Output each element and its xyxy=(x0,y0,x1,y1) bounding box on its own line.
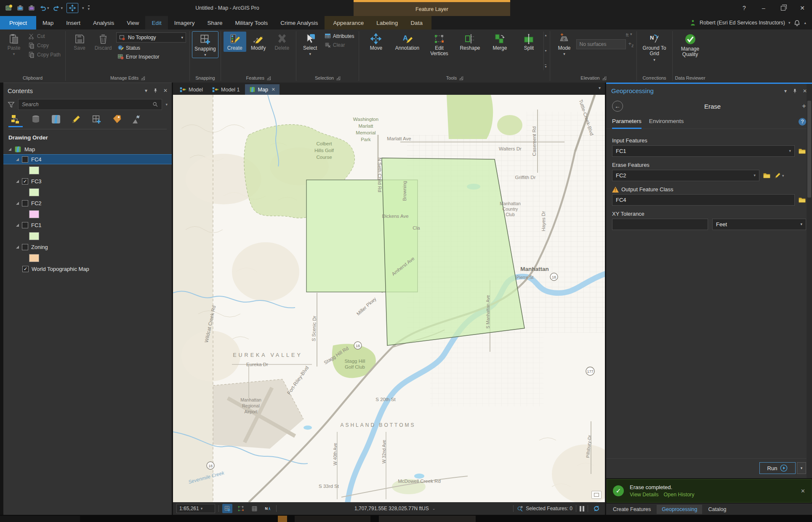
toc-snapping-icon[interactable] xyxy=(89,114,104,129)
erase-features-combo[interactable]: FC2▾ xyxy=(612,170,759,181)
filter-icon[interactable] xyxy=(8,101,15,108)
save-edits-button[interactable]: Save xyxy=(68,32,91,52)
expander-icon[interactable] xyxy=(16,180,19,183)
output-feature-class-input[interactable]: FC4 xyxy=(612,194,795,206)
expander-icon[interactable] xyxy=(16,202,19,205)
panel-scrollbar[interactable] xyxy=(807,84,812,478)
layer-checkbox-fc4[interactable] xyxy=(22,156,28,163)
redo-button[interactable]: ▾ xyxy=(53,5,63,12)
back-button[interactable]: ← xyxy=(612,101,623,112)
run-button[interactable]: Run xyxy=(759,462,796,474)
delete-button[interactable]: Delete xyxy=(271,32,293,52)
scale-combo[interactable]: 1:65,261▾ xyxy=(176,504,215,513)
status-grid-icon[interactable] xyxy=(249,504,259,513)
tab-share[interactable]: Share xyxy=(201,16,229,29)
discard-edits-button[interactable]: Discard xyxy=(92,32,114,52)
user-name[interactable]: Robert (Esri Ed Services Instructors) xyxy=(700,20,785,26)
tool-help-icon[interactable]: ? xyxy=(799,118,806,126)
add-to-project-icon[interactable]: + xyxy=(802,102,806,110)
map-overview-icon[interactable] xyxy=(591,491,602,499)
layer-row-map[interactable]: Map xyxy=(3,144,172,154)
merge-button[interactable]: Merge xyxy=(485,32,514,52)
layer-row-fc3[interactable]: ✓ FC3 xyxy=(3,176,172,186)
attributes-button[interactable]: Attributes xyxy=(323,32,356,40)
layer-row-fc2[interactable]: FC2 xyxy=(3,198,172,208)
toc-labeling-icon[interactable] xyxy=(109,114,124,129)
symbol-swatch-fc4[interactable] xyxy=(29,166,39,174)
customize-qat-icon[interactable]: ▾ xyxy=(88,5,90,11)
tab-map[interactable]: Map xyxy=(36,16,60,29)
coordinate-readout[interactable]: 1,707,791.55E 328,025.77N ftUS⌄ xyxy=(280,506,510,511)
xy-tolerance-unit-combo[interactable]: Feet▾ xyxy=(712,219,806,230)
expander-icon[interactable] xyxy=(16,158,19,161)
layer-row-basemap[interactable]: ✓ World Topographic Map xyxy=(3,264,172,274)
copy-path-button[interactable]: Copy Path xyxy=(27,51,62,59)
close-tab-icon[interactable]: ✕ xyxy=(272,87,275,92)
selection-launcher-icon[interactable] xyxy=(336,76,340,80)
dock-tab-geoprocessing[interactable]: Geoprocessing xyxy=(657,505,702,514)
tools-gallery-scroll[interactable]: ▴▾▾ xyxy=(543,32,547,70)
tab-imagery[interactable]: Imagery xyxy=(168,16,201,29)
browse-folder-icon[interactable] xyxy=(763,171,771,179)
user-caret-icon[interactable]: ▾ xyxy=(788,21,791,25)
status-snapping-toggle[interactable] xyxy=(222,504,232,513)
warning-icon[interactable] xyxy=(612,187,619,193)
contents-close-icon[interactable]: ✕ xyxy=(163,88,168,94)
tab-crime-analysis[interactable]: Crime Analysis xyxy=(274,16,324,29)
topology-combo[interactable]: No Topology▾ xyxy=(116,32,186,43)
expander-icon[interactable] xyxy=(8,148,11,151)
tab-analysis[interactable]: Analysis xyxy=(87,16,120,29)
edit-vertices-button[interactable]: Edit Vertices xyxy=(424,32,454,58)
redo-caret-icon[interactable]: ▾ xyxy=(61,6,63,10)
explore-tool-button[interactable] xyxy=(67,3,78,13)
search-options-icon[interactable]: ▾ xyxy=(165,102,168,107)
copy-button[interactable]: Copy xyxy=(27,42,62,49)
close-button[interactable]: ✕ xyxy=(793,0,812,16)
symbol-swatch-fc1[interactable] xyxy=(29,232,39,240)
toc-perspective-icon[interactable] xyxy=(130,114,144,129)
refresh-button[interactable] xyxy=(591,504,602,513)
toast-close-icon[interactable]: ✕ xyxy=(801,488,805,494)
new-project-icon[interactable] xyxy=(5,4,13,12)
layer-row-zoning[interactable]: Zoning xyxy=(3,242,172,252)
split-button[interactable]: Split xyxy=(515,32,543,52)
contents-search-input[interactable]: Search xyxy=(18,99,162,110)
symbol-swatch-fc3[interactable] xyxy=(29,188,39,196)
layer-checkbox-basemap[interactable]: ✓ xyxy=(22,266,29,272)
tab-parameters[interactable]: Parameters xyxy=(612,115,642,129)
modify-button[interactable]: Modify xyxy=(247,32,270,52)
tab-labeling[interactable]: Labeling xyxy=(370,16,404,29)
input-features-combo[interactable]: FC1▾ xyxy=(612,145,795,157)
manage-edits-launcher-icon[interactable] xyxy=(141,76,145,80)
notifications-bell-icon[interactable] xyxy=(793,19,801,27)
tab-military-tools[interactable]: Military Tools xyxy=(229,16,274,29)
move-button[interactable]: Move xyxy=(362,32,390,52)
error-inspector-button[interactable]: Error Inspector xyxy=(116,53,186,60)
status-sketch-icon[interactable] xyxy=(236,504,246,513)
doc-tab-model[interactable]: Model xyxy=(176,84,207,95)
undo-caret-icon[interactable]: ▾ xyxy=(47,6,49,10)
tab-insert[interactable]: Insert xyxy=(60,16,87,29)
sketch-input-button[interactable]: ▾ xyxy=(774,172,784,179)
save-project-icon[interactable] xyxy=(28,4,35,12)
xy-tolerance-input[interactable] xyxy=(612,219,708,230)
layer-checkbox-fc2[interactable] xyxy=(22,200,28,206)
toc-drawing-order-icon[interactable] xyxy=(8,114,23,129)
layer-checkbox-zoning[interactable] xyxy=(22,244,28,250)
set-z-icon[interactable]: +z xyxy=(628,40,634,48)
view-details-link[interactable]: View Details xyxy=(630,492,659,498)
status-button[interactable]: Status xyxy=(116,44,186,51)
toc-data-source-icon[interactable] xyxy=(29,114,43,129)
geo-pin-icon[interactable] xyxy=(792,88,798,94)
contents-pin-icon[interactable] xyxy=(152,88,158,94)
doc-tab-map[interactable]: Map✕ xyxy=(245,84,280,95)
tab-list-caret-icon[interactable]: ▾ xyxy=(599,86,601,90)
toc-editing-icon[interactable] xyxy=(69,114,83,129)
symbol-swatch-zoning[interactable] xyxy=(29,254,39,262)
layer-checkbox-fc3[interactable]: ✓ xyxy=(22,178,28,185)
contents-menu-icon[interactable]: ▾ xyxy=(145,88,147,94)
tools-launcher-icon[interactable] xyxy=(459,76,463,80)
clear-button[interactable]: Clear xyxy=(323,41,356,48)
explore-caret-icon[interactable]: ▾ xyxy=(82,6,84,10)
browse-folder-icon[interactable] xyxy=(798,147,806,155)
